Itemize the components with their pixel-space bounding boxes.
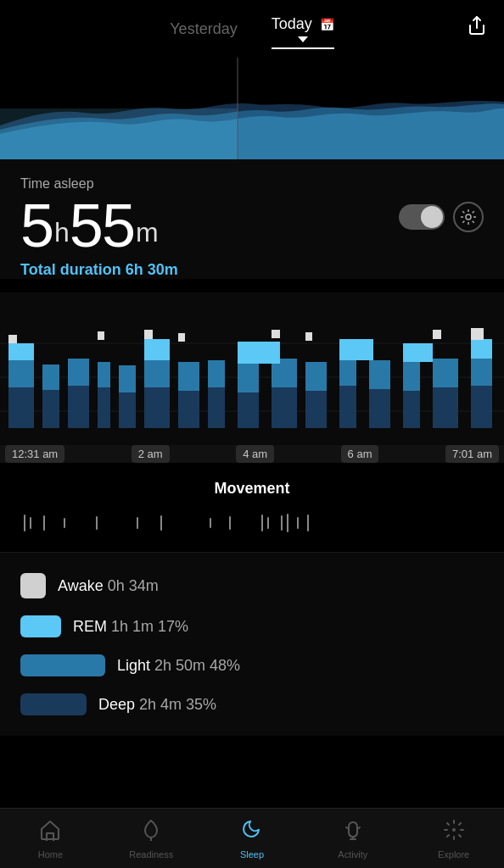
header-tabs: Yesterday Today 📅 (170, 15, 333, 49)
movement-tick (43, 515, 45, 531)
svg-rect-37 (403, 362, 420, 391)
svg-rect-11 (98, 387, 110, 428)
nav-item-sleep[interactable]: Sleep (202, 809, 303, 868)
movement-tick (24, 515, 25, 531)
svg-rect-30 (178, 362, 199, 391)
movement-section: Movement (0, 463, 504, 552)
movement-tick (160, 515, 162, 531)
time-asleep-value: 5h 55m (20, 195, 157, 256)
svg-rect-48 (144, 330, 153, 339)
svg-rect-43 (339, 339, 373, 360)
movement-tick (287, 514, 288, 532)
total-duration: Total duration 6h 30m (20, 261, 484, 279)
bottom-nav: Home Readiness Sleep (0, 808, 504, 868)
time-label-2am: 2 am (132, 445, 170, 463)
svg-rect-36 (369, 360, 390, 389)
time-label-end: 7:01 am (445, 445, 499, 463)
settings-button[interactable] (453, 202, 484, 232)
svg-rect-18 (305, 390, 327, 428)
movement-bar (20, 511, 484, 535)
deep-swatch (20, 693, 87, 715)
svg-rect-42 (238, 342, 280, 364)
svg-rect-1 (0, 108, 238, 159)
movement-tick (229, 516, 231, 530)
share-button[interactable] (467, 15, 487, 41)
minutes-unit: m (136, 219, 157, 246)
svg-point-3 (466, 214, 471, 220)
nav-item-readiness[interactable]: Readiness (101, 809, 202, 868)
svg-rect-50 (272, 330, 280, 338)
movement-tick (267, 517, 269, 529)
legend-item-rem: REM 1h 1m 17% (20, 615, 484, 637)
svg-rect-38 (433, 359, 458, 387)
tab-today[interactable]: Today 📅 (272, 15, 334, 49)
svg-rect-31 (208, 360, 225, 387)
svg-rect-23 (471, 384, 492, 428)
movement-title: Movement (20, 480, 484, 498)
sleep-icon (241, 819, 263, 846)
svg-rect-16 (238, 392, 259, 428)
readiness-icon (140, 819, 162, 846)
svg-rect-29 (144, 360, 170, 387)
movement-tick (137, 517, 138, 529)
svg-rect-53 (471, 328, 484, 340)
movement-tick (261, 515, 263, 531)
svg-rect-41 (144, 339, 170, 360)
sleep-label: Sleep (240, 849, 264, 860)
toggle-knob (421, 206, 443, 228)
svg-rect-27 (98, 362, 110, 387)
chart-time-labels: 12:31 am 2 am 4 am 6 am 7:01 am (0, 445, 504, 463)
movement-tick (307, 515, 309, 531)
svg-rect-28 (119, 365, 136, 392)
toggle-button[interactable] (399, 204, 445, 230)
svg-rect-24 (8, 360, 34, 387)
svg-rect-35 (339, 359, 356, 386)
svg-line-64 (447, 823, 449, 825)
nav-item-explore[interactable]: Explore (403, 809, 504, 868)
header: Yesterday Today 📅 (0, 0, 504, 49)
svg-rect-13 (144, 386, 170, 428)
light-swatch (20, 654, 105, 676)
svg-rect-15 (208, 387, 225, 428)
svg-rect-39 (471, 357, 492, 386)
explore-label: Explore (438, 849, 469, 860)
nav-item-activity[interactable]: Activity (302, 809, 403, 868)
svg-rect-47 (98, 331, 104, 340)
svg-rect-10 (68, 384, 89, 428)
rem-label: REM 1h 1m 17% (73, 618, 188, 636)
home-label: Home (38, 849, 63, 860)
minutes-value: 55 (70, 195, 134, 256)
calendar-icon: 📅 (320, 18, 334, 31)
svg-rect-34 (305, 362, 327, 391)
svg-rect-9 (42, 390, 59, 428)
legend-item-deep: Deep 2h 4m 35% (20, 693, 484, 715)
svg-rect-52 (433, 330, 441, 339)
nav-item-home[interactable]: Home (0, 809, 101, 868)
tab-yesterday[interactable]: Yesterday (170, 20, 237, 45)
svg-line-67 (459, 823, 461, 825)
movement-tick (297, 517, 299, 529)
movement-tick (64, 518, 65, 528)
hours-unit: h (54, 219, 68, 246)
sleep-stats-section: Time asleep 5h 55m Total duration 6h 30m (0, 159, 504, 279)
movement-tick (30, 517, 31, 529)
legend-item-awake: Awake 0h 34m (20, 573, 484, 598)
svg-rect-19 (339, 384, 356, 428)
svg-line-65 (459, 835, 461, 837)
svg-rect-8 (8, 386, 34, 428)
readiness-label: Readiness (129, 849, 173, 860)
svg-rect-32 (238, 364, 259, 392)
movement-tick (281, 515, 283, 531)
svg-point-59 (453, 829, 455, 831)
deep-label: Deep 2h 4m 35% (98, 696, 216, 714)
legend-section: Awake 0h 34m REM 1h 1m 17% Light 2h 50m … (0, 552, 504, 736)
movement-tick (210, 518, 211, 528)
svg-rect-25 (42, 364, 59, 390)
time-label-4am: 4 am (236, 445, 274, 463)
time-label-6am: 6 am (341, 445, 379, 463)
activity-icon (342, 819, 364, 846)
svg-rect-46 (8, 335, 17, 343)
svg-rect-45 (471, 339, 492, 359)
svg-rect-40 (8, 343, 34, 360)
svg-rect-20 (369, 387, 390, 428)
